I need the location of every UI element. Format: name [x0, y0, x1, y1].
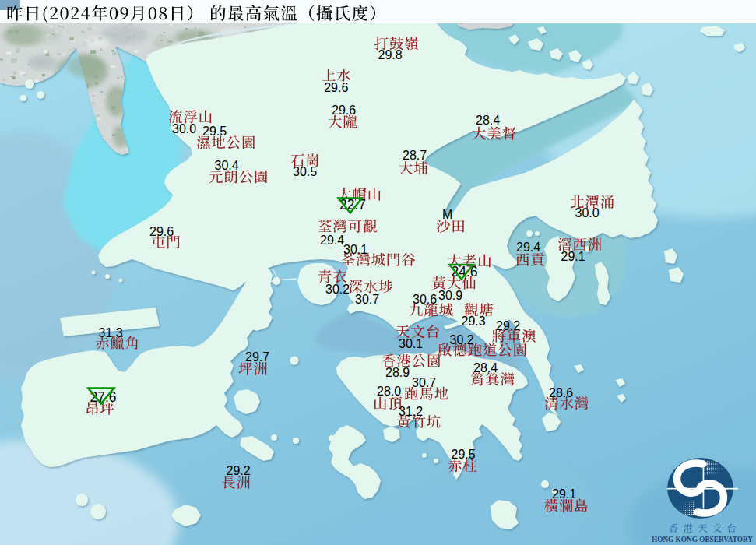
svg-text:28.0: 28.0 — [377, 385, 401, 398]
svg-text:29.4: 29.4 — [516, 241, 540, 254]
svg-text:29.6: 29.6 — [149, 225, 174, 238]
svg-text:28.4: 28.4 — [473, 361, 498, 374]
svg-text:29.2: 29.2 — [227, 464, 251, 477]
svg-text:30.6: 30.6 — [413, 293, 437, 306]
svg-text:29.4: 29.4 — [320, 234, 344, 247]
svg-text:28.6: 28.6 — [549, 386, 573, 399]
svg-text:30.9: 30.9 — [438, 289, 462, 302]
svg-text:HONG KONG OBSERVATORY: HONG KONG OBSERVATORY — [652, 534, 753, 543]
svg-text:30.0: 30.0 — [172, 122, 196, 135]
svg-text:30.7: 30.7 — [355, 293, 379, 306]
svg-text:29.3: 29.3 — [462, 315, 486, 328]
svg-text:31.3: 31.3 — [99, 326, 123, 339]
svg-text:29.5: 29.5 — [202, 125, 227, 138]
svg-text:30.1: 30.1 — [343, 243, 367, 256]
svg-text:M: M — [442, 208, 452, 221]
svg-text:31.2: 31.2 — [399, 405, 423, 418]
svg-text:29.7: 29.7 — [245, 350, 269, 364]
svg-text:29.1: 29.1 — [561, 250, 585, 263]
svg-text:29.8: 29.8 — [378, 48, 403, 62]
svg-text:28.7: 28.7 — [403, 149, 427, 162]
svg-text:30.5: 30.5 — [293, 165, 317, 178]
svg-text:29.5: 29.5 — [452, 448, 476, 461]
svg-text:30.7: 30.7 — [412, 376, 436, 389]
svg-text:30.2: 30.2 — [450, 333, 474, 346]
svg-text:30.0: 30.0 — [575, 206, 600, 220]
svg-text:30.1: 30.1 — [399, 337, 423, 350]
svg-text:28.4: 28.4 — [476, 114, 500, 127]
svg-text:29.2: 29.2 — [496, 319, 520, 332]
svg-text:29.6: 29.6 — [332, 104, 356, 117]
svg-text:29.1: 29.1 — [552, 487, 576, 501]
svg-text:29.6: 29.6 — [324, 81, 348, 94]
svg-text:30.4: 30.4 — [215, 159, 239, 172]
svg-text:28.9: 28.9 — [385, 366, 410, 379]
svg-text:30.2: 30.2 — [325, 283, 350, 296]
